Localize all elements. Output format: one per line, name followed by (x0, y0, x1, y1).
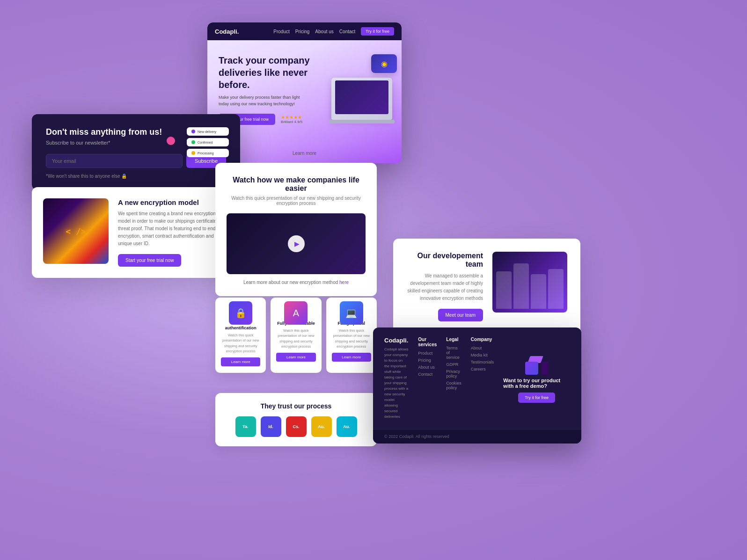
footer-link-tos[interactable]: Terms of service (446, 346, 461, 360)
notif-text-1: New delivery (198, 130, 216, 133)
footer-brand: Codapli. Codapli allows your company to … (384, 337, 409, 420)
feature-btn-custom[interactable]: Learn more (276, 353, 315, 362)
trust-logo-ta: Ta. (235, 416, 256, 437)
video-subtitle: Watch this quick presentation of our new… (227, 196, 366, 206)
newsletter-email-input[interactable] (46, 154, 183, 168)
footer-link-contact[interactable]: Contact (418, 372, 437, 377)
video-caption: Learn more about our new encryption meth… (227, 280, 366, 285)
footer-link-product[interactable]: Product (418, 351, 437, 356)
hero-nav-links: Product Pricing About us Contact Try it … (273, 27, 394, 36)
notif-card-2: Confirmed (187, 138, 229, 146)
person-3 (531, 274, 546, 309)
team-people (492, 252, 567, 313)
team-image (492, 252, 567, 313)
trust-logo-au2: Au. (337, 416, 357, 437)
notif-dot-yellow (191, 151, 195, 155)
trust-logo-cs: Cs. (286, 416, 307, 437)
notif-dot-purple (191, 130, 195, 133)
footer-brand-text: Codapli allows your company to focus on … (384, 347, 409, 420)
footer-3d-illustration (525, 354, 549, 375)
hero-stars: ★★★★★ (281, 115, 302, 120)
nav-contact: Contact (339, 29, 355, 34)
footer-cta-box: Want to try our product with a free demo… (503, 337, 570, 420)
hero-nav: Codapli. Product Pricing About us Contac… (207, 22, 402, 40)
footer-link-pricing[interactable]: Pricing (418, 358, 437, 363)
feature-card-graphical: 💻 Full graphical Watch this quick presen… (326, 298, 377, 373)
hero-nav-logo: Codapli. (215, 28, 239, 35)
notif-card-1: New delivery (187, 127, 229, 136)
footer-brand-name: Codapli. (384, 337, 409, 344)
footer-col-company-title: Company (471, 337, 494, 342)
feature-text-auth: Watch this quick presentation of our new… (221, 333, 260, 354)
footer-link-cookies[interactable]: Cookies policy (446, 381, 461, 390)
footer-col-services: Our services Product Pricing About us Co… (418, 337, 437, 420)
encryption-image (43, 198, 109, 264)
encryption-text: We spent time creating a brand new encry… (118, 210, 229, 247)
trust-section: They trust our process Ta. Id. Cs. Au. A… (215, 393, 377, 446)
footer-card: Codapli. Codapli allows your company to … (373, 327, 581, 444)
feature-btn-auth[interactable]: Learn more (221, 357, 260, 366)
feature-text-graphical: Watch this quick presentation of our new… (332, 328, 371, 349)
feature-cards-row: 🔒 Secure authentification Watch this qui… (215, 298, 377, 373)
encryption-title: A new encryption model (118, 198, 229, 206)
person-2 (513, 263, 529, 309)
person-1 (496, 271, 512, 309)
hero-subtitle: Make your delivery process faster than l… (219, 95, 308, 107)
footer-link-gdpr[interactable]: GDPR (446, 362, 461, 367)
hero-nav-cta-button[interactable]: Try it for free (361, 27, 394, 36)
footer-copyright: © 2022 Codapli. All rights reserved (384, 434, 449, 439)
footer-bottom: © 2022 Codapli. All rights reserved (373, 429, 581, 444)
feature-icon-custom: A (284, 301, 308, 325)
encryption-card: A new encryption model We spent time cre… (32, 187, 240, 278)
team-text: We managed to assemble a developement te… (406, 272, 483, 302)
footer-top: Codapli. Codapli allows your company to … (373, 327, 581, 429)
footer-link-testimonials[interactable]: Testimonials (471, 360, 494, 364)
notification-cards: New delivery Confirmed Processing (187, 127, 229, 157)
floating-card (371, 54, 397, 73)
trust-title: They trust our process (227, 402, 366, 410)
box-side (542, 362, 549, 375)
feature-icon-graphical: 💻 (340, 301, 363, 325)
footer-link-about-company[interactable]: About (471, 346, 494, 350)
feature-card-auth: 🔒 Secure authentification Watch this qui… (215, 298, 266, 373)
team-meet-button[interactable]: Meet our team (438, 309, 483, 321)
trust-logo-au1: Au. (311, 416, 332, 437)
footer-cta-button[interactable]: Try it for free (518, 393, 555, 403)
box-front (525, 362, 538, 375)
video-card: Watch how we make companies life easier … (215, 163, 377, 296)
nav-about: About us (315, 29, 333, 34)
footer-cols: Our services Product Pricing About us Co… (418, 337, 494, 420)
team-title: Our developement team (406, 252, 483, 269)
person-4 (548, 269, 564, 309)
nav-product: Product (273, 29, 289, 34)
feature-icon-auth: 🔒 (229, 301, 252, 325)
newsletter-card: New delivery Confirmed Processing Don't … (32, 114, 240, 190)
footer-link-media[interactable]: Media kit (471, 353, 494, 357)
newsletter-disclaimer: *We won't share this to anyone else 🔒 (46, 174, 226, 179)
footer-col-legal: Legal Terms of service GDPR Privacy poli… (446, 337, 461, 420)
video-player[interactable] (227, 213, 366, 274)
trust-logos: Ta. Id. Cs. Au. Au. (227, 416, 366, 437)
laptop-screen (335, 80, 388, 114)
footer-col-legal-title: Legal (446, 337, 461, 342)
hero-illustration (317, 50, 397, 120)
video-overlay (227, 213, 366, 274)
notif-text-2: Confirmed (198, 141, 212, 144)
video-caption-link[interactable]: here (339, 280, 349, 285)
encryption-cta-button[interactable]: Start your free trial now (118, 254, 181, 267)
laptop-base (329, 120, 395, 124)
footer-col-company: Company About Media kit Testimonials Car… (471, 337, 494, 420)
hero-title: Track your company deliveries like never… (219, 54, 312, 91)
notif-text-3: Processing (198, 152, 214, 155)
encryption-content: A new encryption model We spent time cre… (118, 198, 229, 267)
footer-col-services-title: Our services (418, 337, 437, 347)
play-button[interactable] (288, 235, 305, 252)
notif-pink-dot (167, 137, 175, 145)
footer-link-privacy[interactable]: Privacy policy (446, 369, 461, 378)
trust-logo-id: Id. (261, 416, 281, 437)
nav-pricing: Pricing (295, 29, 310, 34)
feature-btn-graphical[interactable]: Learn more (332, 353, 371, 362)
notif-card-3: Processing (187, 149, 229, 157)
footer-link-about[interactable]: About us (418, 365, 437, 370)
footer-link-careers[interactable]: Careers (471, 367, 494, 371)
